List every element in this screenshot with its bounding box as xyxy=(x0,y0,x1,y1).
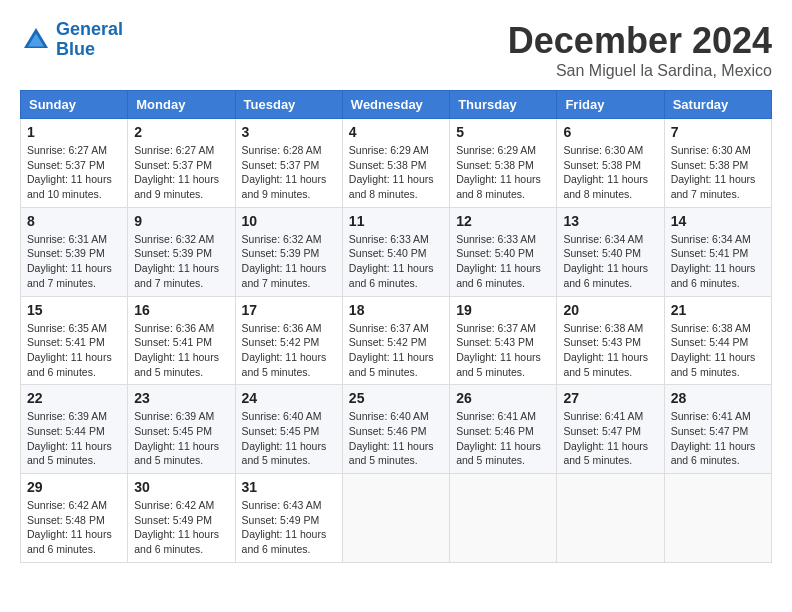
day-number: 11 xyxy=(349,213,443,229)
cell-content: Sunrise: 6:38 AM Sunset: 5:44 PM Dayligh… xyxy=(671,321,765,380)
calendar-cell: 14 Sunrise: 6:34 AM Sunset: 5:41 PM Dayl… xyxy=(664,207,771,296)
cell-content: Sunrise: 6:30 AM Sunset: 5:38 PM Dayligh… xyxy=(671,143,765,202)
calendar-cell: 12 Sunrise: 6:33 AM Sunset: 5:40 PM Dayl… xyxy=(450,207,557,296)
cell-content: Sunrise: 6:40 AM Sunset: 5:45 PM Dayligh… xyxy=(242,409,336,468)
day-number: 14 xyxy=(671,213,765,229)
day-number: 7 xyxy=(671,124,765,140)
month-title: December 2024 xyxy=(508,20,772,62)
page-header: General Blue December 2024 San Miguel la… xyxy=(20,20,772,80)
calendar-week-row: 8 Sunrise: 6:31 AM Sunset: 5:39 PM Dayli… xyxy=(21,207,772,296)
cell-content: Sunrise: 6:41 AM Sunset: 5:47 PM Dayligh… xyxy=(671,409,765,468)
day-number: 19 xyxy=(456,302,550,318)
calendar-cell: 31 Sunrise: 6:43 AM Sunset: 5:49 PM Dayl… xyxy=(235,474,342,563)
cell-content: Sunrise: 6:43 AM Sunset: 5:49 PM Dayligh… xyxy=(242,498,336,557)
day-of-week-header: Monday xyxy=(128,91,235,119)
day-number: 20 xyxy=(563,302,657,318)
calendar-cell: 5 Sunrise: 6:29 AM Sunset: 5:38 PM Dayli… xyxy=(450,119,557,208)
cell-content: Sunrise: 6:33 AM Sunset: 5:40 PM Dayligh… xyxy=(456,232,550,291)
cell-content: Sunrise: 6:39 AM Sunset: 5:45 PM Dayligh… xyxy=(134,409,228,468)
calendar-cell xyxy=(450,474,557,563)
cell-content: Sunrise: 6:27 AM Sunset: 5:37 PM Dayligh… xyxy=(27,143,121,202)
logo: General Blue xyxy=(20,20,123,60)
cell-content: Sunrise: 6:28 AM Sunset: 5:37 PM Dayligh… xyxy=(242,143,336,202)
cell-content: Sunrise: 6:37 AM Sunset: 5:43 PM Dayligh… xyxy=(456,321,550,380)
cell-content: Sunrise: 6:35 AM Sunset: 5:41 PM Dayligh… xyxy=(27,321,121,380)
day-number: 17 xyxy=(242,302,336,318)
calendar-cell: 11 Sunrise: 6:33 AM Sunset: 5:40 PM Dayl… xyxy=(342,207,449,296)
day-number: 16 xyxy=(134,302,228,318)
day-number: 1 xyxy=(27,124,121,140)
calendar-cell: 17 Sunrise: 6:36 AM Sunset: 5:42 PM Dayl… xyxy=(235,296,342,385)
calendar-cell: 8 Sunrise: 6:31 AM Sunset: 5:39 PM Dayli… xyxy=(21,207,128,296)
calendar-cell: 6 Sunrise: 6:30 AM Sunset: 5:38 PM Dayli… xyxy=(557,119,664,208)
day-number: 13 xyxy=(563,213,657,229)
calendar-cell: 26 Sunrise: 6:41 AM Sunset: 5:46 PM Dayl… xyxy=(450,385,557,474)
calendar-cell: 3 Sunrise: 6:28 AM Sunset: 5:37 PM Dayli… xyxy=(235,119,342,208)
calendar-cell: 16 Sunrise: 6:36 AM Sunset: 5:41 PM Dayl… xyxy=(128,296,235,385)
day-number: 3 xyxy=(242,124,336,140)
title-block: December 2024 San Miguel la Sardina, Mex… xyxy=(508,20,772,80)
calendar-cell: 25 Sunrise: 6:40 AM Sunset: 5:46 PM Dayl… xyxy=(342,385,449,474)
cell-content: Sunrise: 6:32 AM Sunset: 5:39 PM Dayligh… xyxy=(134,232,228,291)
calendar-table: SundayMondayTuesdayWednesdayThursdayFrid… xyxy=(20,90,772,563)
calendar-cell: 1 Sunrise: 6:27 AM Sunset: 5:37 PM Dayli… xyxy=(21,119,128,208)
cell-content: Sunrise: 6:31 AM Sunset: 5:39 PM Dayligh… xyxy=(27,232,121,291)
cell-content: Sunrise: 6:38 AM Sunset: 5:43 PM Dayligh… xyxy=(563,321,657,380)
cell-content: Sunrise: 6:29 AM Sunset: 5:38 PM Dayligh… xyxy=(456,143,550,202)
day-of-week-header: Tuesday xyxy=(235,91,342,119)
calendar-cell: 20 Sunrise: 6:38 AM Sunset: 5:43 PM Dayl… xyxy=(557,296,664,385)
cell-content: Sunrise: 6:36 AM Sunset: 5:41 PM Dayligh… xyxy=(134,321,228,380)
day-number: 12 xyxy=(456,213,550,229)
cell-content: Sunrise: 6:33 AM Sunset: 5:40 PM Dayligh… xyxy=(349,232,443,291)
cell-content: Sunrise: 6:30 AM Sunset: 5:38 PM Dayligh… xyxy=(563,143,657,202)
logo-text: General Blue xyxy=(56,20,123,60)
day-number: 10 xyxy=(242,213,336,229)
cell-content: Sunrise: 6:39 AM Sunset: 5:44 PM Dayligh… xyxy=(27,409,121,468)
day-number: 4 xyxy=(349,124,443,140)
day-number: 5 xyxy=(456,124,550,140)
cell-content: Sunrise: 6:34 AM Sunset: 5:41 PM Dayligh… xyxy=(671,232,765,291)
calendar-cell: 24 Sunrise: 6:40 AM Sunset: 5:45 PM Dayl… xyxy=(235,385,342,474)
calendar-cell: 10 Sunrise: 6:32 AM Sunset: 5:39 PM Dayl… xyxy=(235,207,342,296)
calendar-week-row: 29 Sunrise: 6:42 AM Sunset: 5:48 PM Dayl… xyxy=(21,474,772,563)
cell-content: Sunrise: 6:29 AM Sunset: 5:38 PM Dayligh… xyxy=(349,143,443,202)
cell-content: Sunrise: 6:41 AM Sunset: 5:46 PM Dayligh… xyxy=(456,409,550,468)
day-number: 22 xyxy=(27,390,121,406)
cell-content: Sunrise: 6:41 AM Sunset: 5:47 PM Dayligh… xyxy=(563,409,657,468)
day-of-week-header: Friday xyxy=(557,91,664,119)
day-number: 26 xyxy=(456,390,550,406)
calendar-cell: 9 Sunrise: 6:32 AM Sunset: 5:39 PM Dayli… xyxy=(128,207,235,296)
calendar-cell: 4 Sunrise: 6:29 AM Sunset: 5:38 PM Dayli… xyxy=(342,119,449,208)
calendar-cell: 30 Sunrise: 6:42 AM Sunset: 5:49 PM Dayl… xyxy=(128,474,235,563)
calendar-cell: 22 Sunrise: 6:39 AM Sunset: 5:44 PM Dayl… xyxy=(21,385,128,474)
day-number: 27 xyxy=(563,390,657,406)
calendar-header-row: SundayMondayTuesdayWednesdayThursdayFrid… xyxy=(21,91,772,119)
day-of-week-header: Sunday xyxy=(21,91,128,119)
day-number: 30 xyxy=(134,479,228,495)
calendar-cell: 7 Sunrise: 6:30 AM Sunset: 5:38 PM Dayli… xyxy=(664,119,771,208)
cell-content: Sunrise: 6:37 AM Sunset: 5:42 PM Dayligh… xyxy=(349,321,443,380)
day-of-week-header: Wednesday xyxy=(342,91,449,119)
cell-content: Sunrise: 6:40 AM Sunset: 5:46 PM Dayligh… xyxy=(349,409,443,468)
day-number: 15 xyxy=(27,302,121,318)
day-number: 18 xyxy=(349,302,443,318)
calendar-week-row: 22 Sunrise: 6:39 AM Sunset: 5:44 PM Dayl… xyxy=(21,385,772,474)
calendar-cell: 27 Sunrise: 6:41 AM Sunset: 5:47 PM Dayl… xyxy=(557,385,664,474)
calendar-cell: 2 Sunrise: 6:27 AM Sunset: 5:37 PM Dayli… xyxy=(128,119,235,208)
calendar-cell: 29 Sunrise: 6:42 AM Sunset: 5:48 PM Dayl… xyxy=(21,474,128,563)
cell-content: Sunrise: 6:36 AM Sunset: 5:42 PM Dayligh… xyxy=(242,321,336,380)
calendar-cell xyxy=(557,474,664,563)
day-number: 25 xyxy=(349,390,443,406)
cell-content: Sunrise: 6:27 AM Sunset: 5:37 PM Dayligh… xyxy=(134,143,228,202)
calendar-cell: 28 Sunrise: 6:41 AM Sunset: 5:47 PM Dayl… xyxy=(664,385,771,474)
calendar-cell: 23 Sunrise: 6:39 AM Sunset: 5:45 PM Dayl… xyxy=(128,385,235,474)
calendar-week-row: 1 Sunrise: 6:27 AM Sunset: 5:37 PM Dayli… xyxy=(21,119,772,208)
day-number: 9 xyxy=(134,213,228,229)
calendar-cell: 13 Sunrise: 6:34 AM Sunset: 5:40 PM Dayl… xyxy=(557,207,664,296)
day-number: 21 xyxy=(671,302,765,318)
cell-content: Sunrise: 6:34 AM Sunset: 5:40 PM Dayligh… xyxy=(563,232,657,291)
day-of-week-header: Saturday xyxy=(664,91,771,119)
cell-content: Sunrise: 6:42 AM Sunset: 5:49 PM Dayligh… xyxy=(134,498,228,557)
day-of-week-header: Thursday xyxy=(450,91,557,119)
day-number: 2 xyxy=(134,124,228,140)
